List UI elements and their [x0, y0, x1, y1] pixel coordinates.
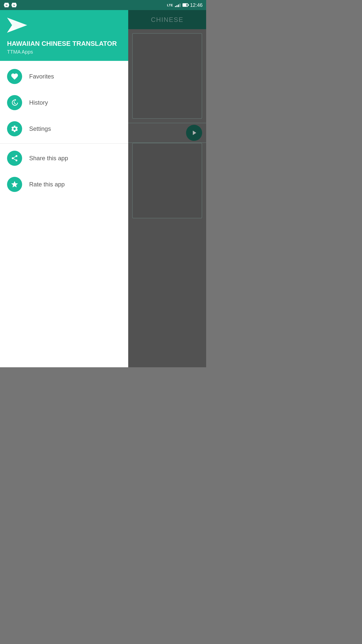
- main-content: CHINESE: [128, 10, 206, 367]
- drawer: HAWAIIAN CHINESE TRANSLATOR TTMA Apps Fa…: [0, 10, 128, 367]
- rate-label: Rate this app: [29, 181, 65, 188]
- signal-icon: [175, 3, 180, 7]
- lte-label: LTE: [167, 3, 173, 7]
- app-logo-icon: [7, 18, 27, 33]
- drawer-header: HAWAIIAN CHINESE TRANSLATOR TTMA Apps: [0, 10, 128, 61]
- menu-item-favorites[interactable]: Favorites: [0, 63, 128, 90]
- favorites-label: Favorites: [29, 73, 54, 80]
- favorites-icon-circle: [7, 69, 22, 84]
- drawer-menu: Favorites History Set: [0, 61, 128, 367]
- app-name: HAWAIIAN CHINESE TRANSLATOR: [7, 40, 121, 48]
- target-language-label: CHINESE: [151, 16, 184, 24]
- share-icon: [11, 154, 18, 162]
- star-icon: [11, 180, 19, 188]
- settings-label: Settings: [29, 125, 51, 132]
- main-body: [128, 29, 206, 367]
- dev-name: TTMA Apps: [7, 49, 121, 55]
- drawer-logo: [7, 18, 121, 34]
- rate-icon-circle: [7, 177, 22, 192]
- main-header: CHINESE: [128, 10, 206, 29]
- status-bar: N N LTE 12:46: [0, 0, 206, 10]
- app-container: HAWAIIAN CHINESE TRANSLATOR TTMA Apps Fa…: [0, 10, 206, 367]
- heart-icon: [11, 72, 19, 80]
- translate-button[interactable]: [186, 125, 202, 141]
- network-icon-1: N: [4, 3, 10, 7]
- svg-text:N: N: [6, 4, 7, 7]
- gear-icon: [11, 125, 19, 133]
- history-label: History: [29, 99, 48, 106]
- svg-text:N: N: [13, 4, 15, 7]
- network-icon-2: N: [11, 3, 17, 7]
- menu-item-history[interactable]: History: [0, 90, 128, 116]
- menu-item-settings[interactable]: Settings: [0, 116, 128, 142]
- status-bar-left: N N: [4, 3, 17, 7]
- settings-icon-circle: [7, 121, 22, 136]
- menu-divider: [0, 143, 128, 144]
- status-bar-right: LTE 12:46: [167, 2, 203, 8]
- battery-icon: [183, 3, 188, 7]
- share-icon-circle: [7, 151, 22, 166]
- menu-item-rate[interactable]: Rate this app: [0, 171, 128, 197]
- share-label: Share this app: [29, 155, 68, 162]
- clock-icon: [11, 99, 19, 107]
- menu-item-share[interactable]: Share this app: [0, 145, 128, 171]
- send-icon: [190, 129, 198, 137]
- status-time: 12:46: [190, 2, 203, 8]
- result-text-area[interactable]: [132, 143, 202, 218]
- translate-button-row: [128, 123, 206, 143]
- history-icon-circle: [7, 95, 22, 110]
- source-text-area[interactable]: [132, 33, 202, 119]
